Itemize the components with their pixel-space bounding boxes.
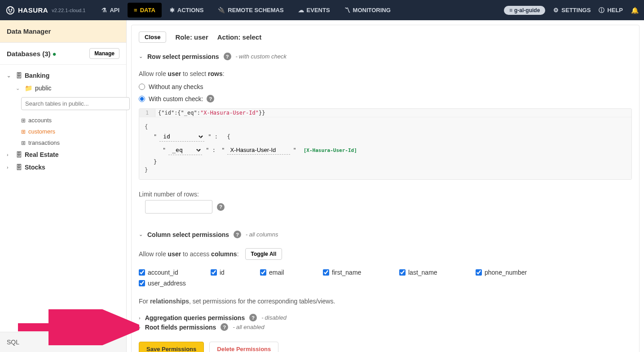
col-allow-text: Allow role user to access columns: Toggl…	[132, 242, 639, 263]
table-accounts[interactable]: ⊞accounts	[16, 115, 119, 126]
root-perms-title: Root fields permissions	[145, 324, 216, 331]
database-icon: 🗄	[16, 72, 22, 79]
chevron-down-icon[interactable]: ⌄	[139, 232, 143, 237]
databases-label: Databases (3)●	[7, 50, 57, 58]
help-icon[interactable]: ?	[207, 95, 214, 102]
col-account-id[interactable]: account_id	[139, 267, 211, 278]
delete-permissions-button[interactable]: Delete Permissions	[209, 342, 278, 352]
table-transactions[interactable]: ⊞transactions	[16, 137, 119, 148]
close-button[interactable]: Close	[139, 31, 166, 43]
row-allow-text: Allow role user to select rows:	[132, 64, 639, 81]
help-icon[interactable]: ?	[217, 203, 225, 211]
manage-button[interactable]: Manage	[89, 48, 119, 59]
bell-icon[interactable]: 🔔	[631, 7, 639, 14]
field-select[interactable]: id	[159, 132, 204, 142]
table-customers[interactable]: ⊞customers	[16, 126, 119, 137]
logo[interactable]: HASURA	[5, 5, 48, 15]
radio-without-checks[interactable]	[139, 84, 145, 90]
code-text: {"id":{"_eq":"X-Hasura-User-Id"}}	[155, 109, 268, 117]
row-perms-status: -with custom check	[236, 53, 287, 60]
help-icon[interactable]: ?	[221, 323, 228, 331]
col-id[interactable]: id	[211, 267, 260, 278]
action-label: Action: select	[217, 33, 261, 41]
schema-public[interactable]: ⌄📁public	[16, 82, 119, 94]
table-icon: ⊞	[21, 129, 26, 135]
value-input[interactable]	[227, 146, 290, 155]
role-label: Role: user	[175, 33, 208, 41]
brand-text: HASURA	[18, 6, 48, 14]
nav-remote-schemas[interactable]: 🔌REMOTE SCHEMAS	[211, 0, 291, 20]
database-icon: 🗄	[16, 164, 22, 171]
limit-label: Limit number of rows:	[139, 191, 632, 198]
data-manager-title: Data Manager	[0, 20, 126, 43]
col-first-name[interactable]: first_name	[323, 267, 399, 278]
col-perms-status: -all columns	[246, 231, 278, 238]
root-perms-status: -all enabled	[233, 324, 264, 330]
chevron-down-icon: ▾	[197, 148, 199, 153]
radio-without-checks-label: Without any checks	[149, 83, 203, 90]
sql-link[interactable]: SQL	[0, 332, 126, 352]
col-user-address[interactable]: user_address	[139, 278, 224, 289]
db-stocks[interactable]: ›🗄Stocks	[7, 161, 119, 174]
nav-monitoring[interactable]: 〽MONITORING	[337, 0, 398, 20]
col-phone-number[interactable]: phone_number	[476, 267, 561, 278]
search-tables-input[interactable]	[21, 97, 130, 110]
nav-api[interactable]: ⚗API	[94, 0, 127, 20]
svg-point-0	[7, 6, 14, 14]
help-icon[interactable]: ?	[249, 314, 257, 321]
relationships-note: For relationships, set permissions for t…	[132, 292, 639, 310]
nav-events[interactable]: ☁EVENTS	[291, 0, 337, 20]
col-last-name[interactable]: last_name	[399, 267, 476, 278]
row-perms-title: Row select permissions	[147, 53, 219, 60]
col-perms-title: Column select permissions	[147, 231, 229, 238]
db-banking[interactable]: ⌄🗄Banking	[7, 69, 119, 82]
radio-custom-check[interactable]	[139, 96, 145, 102]
folder-icon: 📁	[25, 85, 32, 92]
save-permissions-button[interactable]: Save Permissions	[139, 342, 204, 352]
toggle-all-button[interactable]: Toggle All	[245, 248, 282, 260]
agg-perms-title: Aggregation queries permissions	[145, 314, 245, 321]
check-icon: ●	[53, 50, 57, 58]
chevron-right-icon[interactable]: ›	[139, 325, 141, 330]
nav-settings[interactable]: ⚙SETTINGS	[553, 0, 591, 20]
chevron-right-icon[interactable]: ›	[139, 315, 141, 321]
nav-actions[interactable]: ✱ACTIONS	[163, 0, 211, 20]
limit-input[interactable]	[145, 200, 212, 214]
agg-perms-status: -disabled	[261, 314, 287, 321]
account-pill[interactable]: ≡ g-al-guide	[504, 6, 545, 15]
table-icon: ⊞	[21, 140, 26, 146]
db-real-estate[interactable]: ›🗄Real Estate	[7, 148, 119, 161]
table-icon: ⊞	[21, 117, 26, 124]
svg-point-1	[9, 9, 9, 10]
nav-help[interactable]: ⓘHELP	[599, 0, 623, 20]
radio-custom-check-label: With custom check:	[149, 95, 203, 102]
help-icon[interactable]: ?	[234, 231, 241, 238]
session-var-hint: [X-Hasura-User-Id]	[304, 147, 357, 153]
database-icon: 🗄	[16, 151, 22, 158]
chevron-down-icon: ▾	[199, 134, 202, 139]
nav-data[interactable]: ≡DATA	[128, 3, 162, 18]
help-icon[interactable]: ?	[224, 53, 231, 60]
col-email[interactable]: email	[260, 267, 323, 278]
permission-code-editor[interactable]: 1 {"id":{"_eq":"X-Hasura-User-Id"}} { " …	[139, 108, 632, 180]
version-label: v2.22.1-cloud.1	[52, 8, 85, 13]
line-number: 1	[139, 109, 155, 117]
chevron-down-icon[interactable]: ⌄	[139, 53, 143, 59]
svg-point-2	[11, 9, 12, 10]
